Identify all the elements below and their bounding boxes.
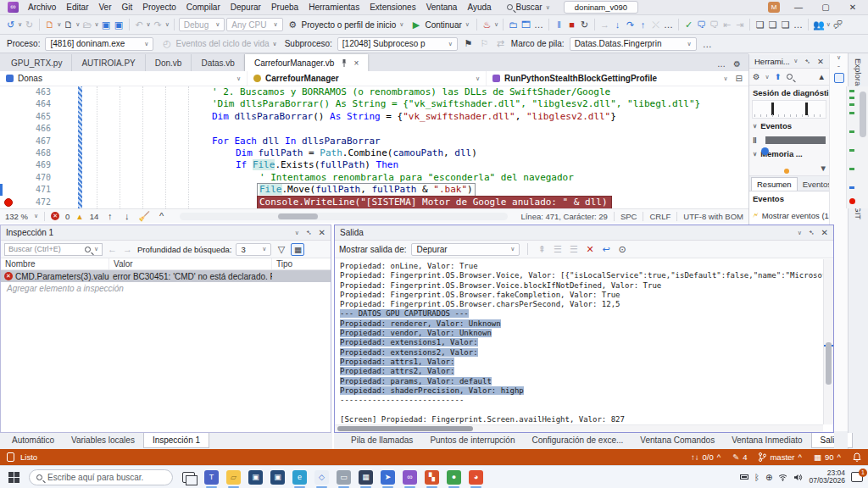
taskbar-icon-calculator[interactable]: ▦ <box>359 470 373 485</box>
warning-count[interactable]: 14 <box>90 212 99 221</box>
close-icon[interactable]: × <box>353 58 359 68</box>
feedback-icon[interactable]: 🗪 <box>832 19 843 30</box>
taskbar-icon-app-window-2[interactable]: ▣ <box>270 470 285 485</box>
code-line[interactable]: 464'Dim dllsParaBorrar() As String = {"v… <box>0 98 748 110</box>
output-tab-1[interactable]: Puntos de interrupción <box>421 433 523 447</box>
flag-icon[interactable]: ⚑ <box>463 38 474 49</box>
toolbar-overflow-icon[interactable]: … <box>533 19 544 30</box>
repo-status[interactable]: ▦90^ <box>814 452 841 462</box>
close-icon[interactable]: ✕ <box>817 57 824 66</box>
code-line[interactable]: 466 <box>0 123 748 135</box>
document-map-icon[interactable] <box>834 73 844 83</box>
task-view-icon[interactable] <box>182 472 195 483</box>
browser-link-icon[interactable]: 🗔 <box>520 19 531 30</box>
add-watch-button[interactable]: ▦ <box>291 243 304 256</box>
output-log[interactable]: Propiedad: onLine, Valor: TruePropiedad:… <box>335 259 823 424</box>
search-forward-icon[interactable]: → <box>122 244 133 254</box>
scrollbar-thumb[interactable] <box>278 214 317 219</box>
settings-gear-icon[interactable]: ⚙ <box>753 72 760 81</box>
search-back-icon[interactable]: ← <box>107 244 118 254</box>
bookmarks-overflow-icon[interactable]: … <box>793 19 804 30</box>
taskbar-search[interactable]: Escribe aquí para buscar. <box>29 469 173 485</box>
tab-overflow-icon[interactable]: … <box>717 59 726 69</box>
battery-icon[interactable] <box>740 474 748 480</box>
output-source-select[interactable]: Depurar∨ <box>411 243 520 256</box>
menu-editar[interactable]: Editar <box>61 1 93 14</box>
column-valor[interactable]: Valor <box>109 258 272 269</box>
split-editor-icon[interactable]: ⊟ <box>736 74 743 83</box>
line-endings[interactable]: CRLF <box>649 212 670 221</box>
watch-tab-1[interactable]: Variables locales <box>63 433 143 447</box>
indent-decrease-icon[interactable]: ⇤ <box>721 19 732 30</box>
menu-archivo[interactable]: Archivo <box>23 1 61 14</box>
code-line[interactable]: 469If File.Exists(fullPath) Then <box>0 159 748 171</box>
redo-icon[interactable]: ↷ <box>153 19 164 30</box>
new-project-dropdown[interactable]: ∨ <box>57 21 61 28</box>
scroll-up-icon[interactable]: ▲ <box>818 72 826 81</box>
step-into-icon[interactable]: ↓ <box>612 19 623 30</box>
hot-reload-icon[interactable]: ♨ <box>481 19 492 30</box>
frame-overflow-icon[interactable]: … <box>702 39 713 49</box>
goto-message-icon[interactable]: ☰ <box>552 244 563 255</box>
filter-icon[interactable]: ▽ <box>275 244 287 255</box>
breadcrumb-type[interactable]: CarrefourManager ∨ <box>248 71 487 86</box>
new-project-icon[interactable]: 🗋 <box>44 19 55 30</box>
bluetooth-icon[interactable]: ᛒ <box>754 473 760 482</box>
open-file-icon[interactable]: 🗁 <box>81 19 92 30</box>
add-watch-placeholder[interactable]: Agregar elemento a inspección <box>1 282 331 295</box>
next-issue-icon[interactable]: ↓ <box>121 211 132 221</box>
taskbar-clock[interactable]: 23:04 07/03/2026 <box>809 469 845 485</box>
restart-icon[interactable]: ↻ <box>579 19 590 30</box>
scrollbar-thumb[interactable] <box>826 342 832 385</box>
expand-icon[interactable]: ^ <box>156 211 167 221</box>
column-nombre[interactable]: Nombre <box>1 258 109 269</box>
output-vertical-scrollbar[interactable] <box>823 259 833 424</box>
zoom-icon[interactable] <box>787 72 793 81</box>
memory-section-header[interactable]: ∨Memoria ... <box>749 147 829 161</box>
flag-outline-icon[interactable]: ⚐ <box>479 38 490 49</box>
stop-debugging-icon[interactable]: ■ <box>566 19 577 30</box>
watch-tab-0[interactable]: Automático <box>3 433 63 447</box>
tab-eventos[interactable]: Eventos <box>798 178 829 191</box>
taskbar-icon-pointer-app[interactable]: ➤ <box>381 470 395 485</box>
uncomment-icon[interactable]: 🗨 <box>709 19 720 30</box>
menu-ver[interactable]: Ver <box>93 1 116 14</box>
show-threads-icon[interactable]: ⇄ <box>495 38 506 49</box>
background-tasks-icon[interactable] <box>7 452 14 462</box>
project-badge[interactable]: doninam_v090 <box>564 1 638 14</box>
output-line[interactable]: Propiedad: Fingerprint.OS.Browser.Voice.… <box>340 281 823 291</box>
continue-button[interactable]: ▶Continuar∨ <box>408 19 471 30</box>
pin-icon[interactable]: ➴ <box>804 58 810 65</box>
code-line[interactable]: 468Dim fullPath = Path.Combine(camouPath… <box>0 147 748 159</box>
output-line[interactable]: Propiedad: vendor, Valor: Unknown <box>340 329 823 338</box>
pin-icon[interactable]: ➴ <box>809 229 815 236</box>
spell-check-icon[interactable]: ✓ <box>683 19 694 30</box>
code-line[interactable]: 471File.Move(fullPath, fullPath & ".bak"… <box>0 184 748 196</box>
output-line[interactable]: Propiedad: params, Valor: default <box>340 377 823 386</box>
sync-status[interactable]: ↑↓0/0^ <box>691 452 721 462</box>
bookmark-icon[interactable]: ❏ <box>754 19 765 30</box>
chevron-down-icon[interactable]: ∨ <box>830 54 848 61</box>
account-avatar[interactable]: M <box>768 2 780 13</box>
tab-options-gear-icon[interactable]: ⚙ <box>733 59 741 69</box>
startup-profile-button[interactable]: ⚙Proyecto o perfil de inicio∨ <box>285 19 407 30</box>
wifi-icon[interactable] <box>778 474 787 481</box>
previous-bookmark-icon[interactable]: ❏ <box>767 19 778 30</box>
taskbar-icon-green-app[interactable]: ● <box>447 470 461 485</box>
lifecycle-events-button[interactable]: ◴Eventos del ciclo de vida∨ <box>159 38 279 49</box>
output-line[interactable]: --------------------------- <box>340 396 823 405</box>
pending-edits[interactable]: ✎4 <box>732 452 747 462</box>
output-tab-2[interactable]: Configuración de exce... <box>523 433 632 447</box>
save-icon[interactable]: ▣ <box>101 19 112 30</box>
chevron-down-icon[interactable]: ∨ <box>295 230 299 236</box>
editor-scrollbar[interactable] <box>846 86 868 208</box>
doc-tab-don.vb[interactable]: Don.vb <box>146 54 192 71</box>
output-line[interactable]: Propiedad: renderer, Valor: Unknown <box>340 319 823 329</box>
menu-prueba[interactable]: Prueba <box>266 1 303 14</box>
title-search[interactable]: Buscar ∨ <box>507 3 550 12</box>
events-section-header[interactable]: ∨Eventos <box>749 119 829 133</box>
pin-icon[interactable] <box>341 59 348 67</box>
doc-tab-gpu_rtx.py[interactable]: GPU_RTX.py <box>2 54 72 71</box>
clear-list-icon[interactable]: ☰ <box>568 244 579 255</box>
close-icon[interactable]: ✕ <box>319 228 326 237</box>
